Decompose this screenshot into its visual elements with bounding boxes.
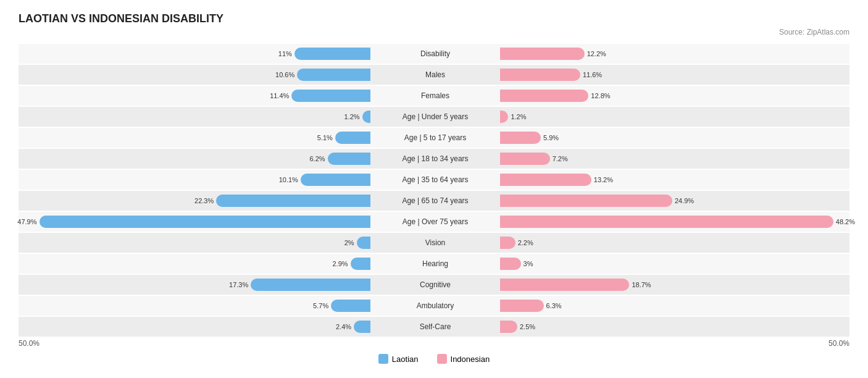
bar-label-left-value: 2% <box>344 239 354 246</box>
bar-label-right-value: 3% <box>524 260 533 267</box>
center-label: Age | Under 5 years <box>370 112 500 121</box>
bar-container: 22.3% Age | 65 to 74 years 24.9% <box>19 191 849 211</box>
bar-row: 47.9% Age | Over 75 years 48.2% <box>19 212 849 232</box>
chart-area: 11% Disability 12.2% 10.6% Males <box>19 44 849 348</box>
legend-indonesian: Indonesian <box>437 354 490 364</box>
center-label: Age | 65 to 74 years <box>370 196 500 205</box>
bar-label-right-value: 2.2% <box>518 239 533 246</box>
rows-container: 11% Disability 12.2% 10.6% Males <box>19 44 849 337</box>
bar-label-right-value: 7.2% <box>553 155 568 162</box>
bar-label-right-value: 13.2% <box>594 176 613 183</box>
bar-label-left-value: 11.4% <box>270 92 289 99</box>
bar-container: 2% Vision 2.2% <box>19 233 849 253</box>
bar-label-left-value: 5.7% <box>313 302 328 309</box>
bar-label-left-value: 5.1% <box>317 134 333 141</box>
bar-left <box>331 300 370 312</box>
center-label: Cognitive <box>370 280 500 289</box>
bar-label-left-value: 47.9% <box>17 218 36 225</box>
bar-left <box>301 174 370 186</box>
bar-container: 2.4% Self-Care 2.5% <box>19 317 849 337</box>
bar-row: 5.1% Age | 5 to 17 years 5.9% <box>19 128 849 148</box>
bar-label-left-value: 2.9% <box>332 260 348 267</box>
bar-row: 22.3% Age | 65 to 74 years 24.9% <box>19 191 849 211</box>
bar-label-right-value: 11.6% <box>583 71 602 78</box>
left-section: 22.3% <box>19 191 370 211</box>
bar-row: 2% Vision 2.2% <box>19 233 849 253</box>
left-section: 6.2% <box>19 149 370 169</box>
bar-right <box>500 195 672 207</box>
bar-left <box>297 69 370 81</box>
bar-row: 2.9% Hearing 3% <box>19 254 849 274</box>
right-section: 13.2% <box>500 170 852 190</box>
bar-label-left-value: 10.6% <box>275 71 294 78</box>
bar-right <box>500 153 550 165</box>
left-section: 5.7% <box>19 296 370 316</box>
bar-right <box>500 48 585 60</box>
axis-left: 50.0% <box>19 339 40 348</box>
bar-container: 2.9% Hearing 3% <box>19 254 849 274</box>
bar-container: 17.3% Cognitive 18.7% <box>19 275 849 295</box>
bar-label-left-value: 22.3% <box>194 197 214 204</box>
bar-container: 11.4% Females 12.8% <box>19 86 849 106</box>
center-label: Females <box>370 91 500 100</box>
legend-laotian: Laotian <box>378 354 419 364</box>
right-section: 18.7% <box>500 275 852 295</box>
center-label: Ambulatory <box>370 301 500 310</box>
source-label: Source: ZipAtlas.com <box>19 28 849 36</box>
bar-right <box>500 111 508 123</box>
center-label: Disability <box>370 49 500 58</box>
left-section: 2.4% <box>19 317 370 337</box>
bar-label-right-value: 18.7% <box>632 281 651 288</box>
left-section: 17.3% <box>19 275 370 295</box>
bar-row: 5.7% Ambulatory 6.3% <box>19 296 849 316</box>
right-section: 11.6% <box>500 65 852 85</box>
bar-container: 5.7% Ambulatory 6.3% <box>19 296 849 316</box>
bar-row: 6.2% Age | 18 to 34 years 7.2% <box>19 149 849 169</box>
bar-left <box>251 279 370 291</box>
bar-container: 1.2% Age | Under 5 years 1.2% <box>19 107 849 127</box>
bar-row: 1.2% Age | Under 5 years 1.2% <box>19 107 849 127</box>
bar-container: 10.1% Age | 35 to 64 years 13.2% <box>19 170 849 190</box>
bar-row: 11% Disability 12.2% <box>19 44 849 64</box>
bar-label-right-value: 5.9% <box>543 134 559 141</box>
left-section: 11.4% <box>19 86 370 106</box>
bar-right <box>500 69 580 81</box>
left-section: 1.2% <box>19 107 370 127</box>
center-label: Self-Care <box>370 322 500 331</box>
right-section: 2.5% <box>500 317 852 337</box>
center-label: Age | 5 to 17 years <box>370 133 500 142</box>
chart-title: LAOTIAN VS INDONESIAN DISABILITY <box>19 12 849 25</box>
right-section: 12.2% <box>500 44 852 64</box>
bar-label-right-value: 2.5% <box>520 323 535 330</box>
bar-right <box>500 216 833 228</box>
right-section: 6.3% <box>500 296 852 316</box>
right-section: 5.9% <box>500 128 852 148</box>
bar-label-right-value: 1.2% <box>511 113 526 120</box>
bar-label-left-value: 10.1% <box>279 176 298 183</box>
center-label: Age | 18 to 34 years <box>370 154 500 163</box>
right-section: 24.9% <box>500 191 852 211</box>
bar-right <box>500 321 517 333</box>
bar-left <box>335 132 370 144</box>
axis-labels: 50.0% 50.0% <box>19 339 849 348</box>
bar-label-left-value: 17.3% <box>229 281 248 288</box>
right-section: 12.8% <box>500 86 852 106</box>
left-section: 11% <box>19 44 370 64</box>
right-section: 1.2% <box>500 107 852 127</box>
bar-label-left-value: 1.2% <box>344 113 359 120</box>
bar-left <box>362 111 370 123</box>
bar-label-right-value: 12.8% <box>591 92 610 99</box>
bar-container: 10.6% Males 11.6% <box>19 65 849 85</box>
left-section: 2% <box>19 233 370 253</box>
bar-right <box>500 300 544 312</box>
bar-label-right-value: 12.2% <box>587 50 606 57</box>
bar-row: 11.4% Females 12.8% <box>19 86 849 106</box>
bar-row: 10.6% Males 11.6% <box>19 65 849 85</box>
bar-left <box>294 48 370 60</box>
left-section: 5.1% <box>19 128 370 148</box>
bar-left <box>351 258 370 270</box>
laotian-color-swatch <box>378 354 388 364</box>
bar-left <box>357 237 370 249</box>
center-label: Hearing <box>370 259 500 268</box>
bar-label-left-value: 11% <box>278 50 292 57</box>
